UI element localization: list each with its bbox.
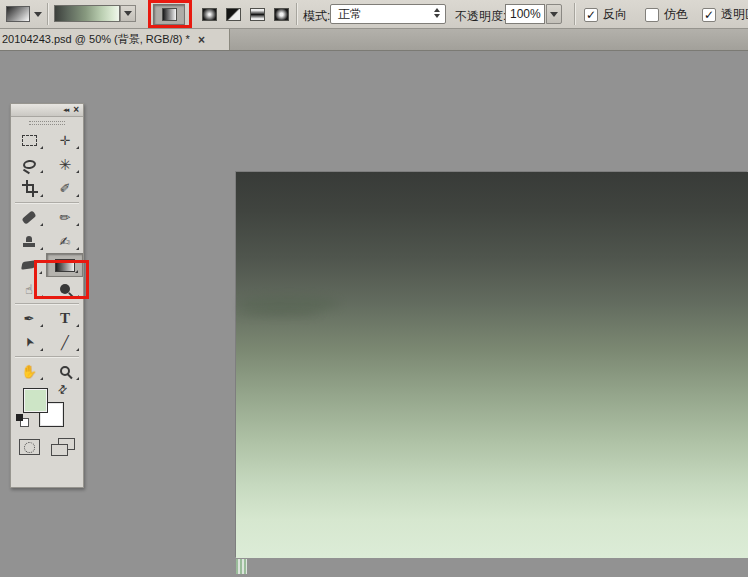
brush-tool[interactable]: ✏	[47, 205, 83, 229]
lasso-tool[interactable]	[11, 152, 47, 176]
brush-icon: ✏	[60, 211, 71, 224]
history-brush-icon: ✍	[60, 235, 71, 248]
marquee-icon	[22, 135, 37, 146]
dodge-tool[interactable]	[47, 277, 83, 301]
lasso-icon	[22, 159, 36, 170]
magic-wand-icon: ✳	[59, 157, 72, 172]
zoom-tool[interactable]	[47, 359, 83, 383]
separator	[47, 3, 48, 25]
canvas[interactable]	[236, 172, 748, 558]
checkbox-box: ✓	[584, 8, 598, 22]
smudge-icon: ☝	[25, 283, 33, 296]
screen-mode-button[interactable]	[51, 438, 75, 456]
dropdown-arrow-icon	[124, 11, 132, 16]
hand-tool[interactable]: ✋	[11, 359, 47, 383]
eyedropper-tool[interactable]: ✐	[47, 176, 83, 200]
diamond-gradient-icon	[274, 8, 289, 21]
line-icon: ╱	[61, 336, 69, 349]
swap-colors-icon[interactable]: ⇄	[55, 382, 69, 396]
dropdown-arrow-icon	[550, 12, 558, 17]
eraser-tool[interactable]	[11, 253, 46, 277]
pen-icon: ✒	[24, 312, 35, 325]
diamond-gradient-button[interactable]	[271, 4, 291, 25]
path-selection-icon: ➤	[21, 335, 36, 349]
crop-tool[interactable]	[11, 176, 47, 200]
healing-brush-icon	[21, 210, 36, 224]
linear-gradient-icon	[162, 8, 177, 21]
reflected-gradient-icon	[250, 8, 265, 21]
document-tab[interactable]: 20104243.psd @ 50% (背景, RGB/8) * ×	[0, 29, 230, 50]
palette-title-bar[interactable]: ◂◂ ×	[11, 104, 83, 117]
divider	[15, 356, 79, 357]
line-tool[interactable]: ╱	[47, 330, 83, 354]
zoom-icon	[60, 366, 70, 376]
spot-healing-brush-tool[interactable]	[11, 205, 47, 229]
dither-checkbox[interactable]: 仿色	[645, 6, 688, 23]
divider	[15, 202, 79, 203]
clone-stamp-tool[interactable]	[11, 229, 47, 253]
dodge-icon	[60, 284, 70, 294]
hand-icon: ✋	[21, 365, 37, 378]
pen-tool[interactable]: ✒	[11, 306, 47, 330]
palette-grip[interactable]	[29, 121, 65, 125]
transparency-label: 透明区域	[721, 6, 748, 23]
palette-bottom-row	[11, 435, 83, 461]
dither-label: 仿色	[664, 6, 688, 23]
document-tab-title: 20104243.psd @ 50% (背景, RGB/8) *	[2, 32, 190, 47]
eraser-icon	[21, 260, 36, 270]
gradient-picker-dropdown-button[interactable]	[120, 5, 136, 22]
checkbox-box	[645, 8, 659, 22]
gradient-tool-icon	[55, 259, 75, 272]
blurred-artifact	[236, 310, 322, 317]
default-colors-icon[interactable]	[16, 414, 29, 427]
opacity-label: 不透明度:	[455, 8, 506, 25]
collapse-panel-icon[interactable]: ◂◂	[63, 106, 68, 114]
document-tab-bar: 20104243.psd @ 50% (背景, RGB/8) * ×	[0, 29, 748, 51]
move-tool[interactable]: ✛	[47, 128, 83, 152]
stepper-arrows-icon	[434, 8, 440, 18]
smudge-tool[interactable]: ☝	[11, 277, 47, 301]
photoshop-window: 模式: 正常 不透明度: 100% ✓ 反向 仿色 ✓ 透明区域	[0, 0, 748, 577]
divider	[15, 303, 79, 304]
mode-label: 模式:	[303, 8, 330, 25]
eyedropper-icon: ✐	[60, 182, 71, 195]
separator	[296, 3, 297, 25]
dropdown-arrow-icon	[34, 12, 42, 17]
gradient-options-bar: 模式: 正常 不透明度: 100% ✓ 反向 仿色 ✓ 透明区域	[0, 0, 748, 29]
color-swatches-area: ⇄	[11, 383, 83, 435]
gradient-tool[interactable]	[46, 253, 83, 277]
canvas-edge-artifact	[236, 559, 247, 574]
gradient-editor-preview[interactable]	[54, 5, 120, 22]
opacity-slider-dropdown-button[interactable]	[546, 4, 562, 24]
separator	[574, 3, 575, 25]
reverse-checkbox[interactable]: ✓ 反向	[584, 6, 627, 23]
type-tool[interactable]: T	[47, 306, 83, 330]
tools-palette: ◂◂ × ✛ ✳ ✐ ✏ ✍ ☝	[10, 103, 84, 488]
close-panel-icon[interactable]: ×	[73, 105, 79, 115]
type-icon: T	[60, 311, 70, 326]
quick-mask-mode-button[interactable]	[19, 439, 40, 455]
history-brush-tool[interactable]: ✍	[47, 229, 83, 253]
gradient-preset-thumbnail-icon	[6, 6, 30, 22]
opacity-input[interactable]: 100%	[505, 4, 545, 24]
opacity-value: 100%	[510, 7, 541, 21]
clone-stamp-icon	[23, 243, 35, 247]
radial-gradient-button[interactable]	[199, 4, 219, 25]
tab-close-icon[interactable]: ×	[198, 33, 205, 47]
reverse-label: 反向	[603, 6, 627, 23]
magic-wand-tool[interactable]: ✳	[47, 152, 83, 176]
foreground-color-swatch[interactable]	[23, 388, 48, 413]
crop-icon	[23, 182, 36, 195]
transparency-checkbox[interactable]: ✓ 透明区域	[702, 6, 748, 23]
reflected-gradient-button[interactable]	[247, 4, 267, 25]
linear-gradient-button[interactable]	[153, 4, 185, 25]
path-selection-tool[interactable]: ➤	[11, 330, 47, 354]
mode-select[interactable]: 正常	[330, 4, 446, 24]
angle-gradient-button[interactable]	[223, 4, 243, 25]
mode-value: 正常	[338, 6, 362, 23]
tool-preset-picker[interactable]	[6, 5, 46, 23]
radial-gradient-icon	[202, 8, 217, 21]
rectangular-marquee-tool[interactable]	[11, 128, 47, 152]
angle-gradient-icon	[226, 8, 241, 21]
move-icon: ✛	[60, 134, 71, 147]
